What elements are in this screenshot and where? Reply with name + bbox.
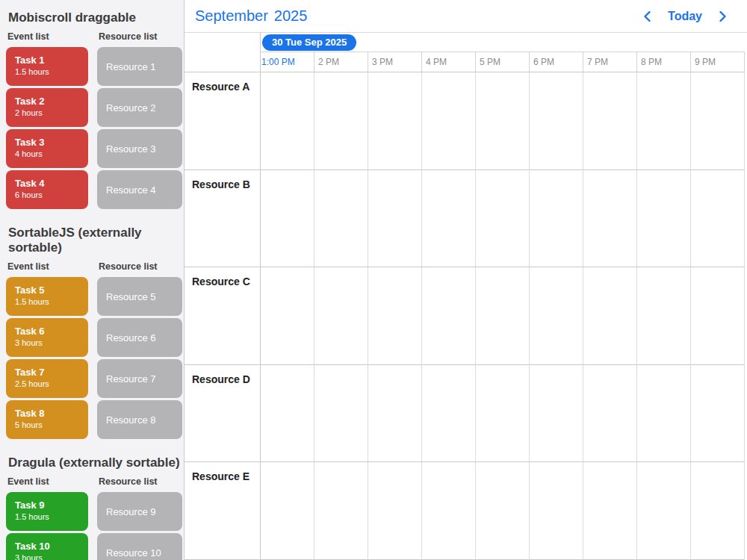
task-duration: 1.5 hours: [15, 66, 88, 78]
grid-cell[interactable]: [476, 462, 530, 560]
grid-cell[interactable]: [637, 365, 691, 463]
resource-card[interactable]: Resource 10: [97, 533, 182, 560]
grid-cell[interactable]: [476, 72, 530, 170]
section-columns: Task 1 1.5 hours Task 2 2 hours Task 3 4…: [6, 47, 184, 211]
time-label-7pm: 7 PM: [583, 52, 637, 72]
grid-cell[interactable]: [583, 267, 637, 365]
grid-cell[interactable]: [691, 72, 745, 170]
resource-card[interactable]: Resource 2: [97, 88, 182, 127]
prev-button[interactable]: [638, 8, 657, 25]
column-labels: Event list Resource list: [6, 31, 184, 42]
task-card[interactable]: Task 4 6 hours: [6, 170, 88, 209]
task-card[interactable]: Task 3 4 hours: [6, 129, 88, 168]
resource-card[interactable]: Resource 9: [97, 492, 182, 531]
task-title: Task 9: [15, 499, 88, 511]
resource-list-label: Resource list: [99, 261, 158, 272]
resource-card[interactable]: Resource 1: [97, 47, 182, 86]
grid-cell[interactable]: [530, 267, 583, 365]
grid-cell[interactable]: [422, 365, 476, 463]
grid-cell[interactable]: [637, 462, 691, 560]
grid-cell[interactable]: [476, 267, 530, 365]
resource-row-label: Resource A: [185, 72, 261, 170]
resource-card[interactable]: Resource 3: [97, 129, 182, 168]
grid-cell[interactable]: [583, 170, 637, 268]
time-label-3pm: 3 PM: [368, 52, 422, 72]
grid-cell[interactable]: [261, 365, 314, 463]
timeline-body: Resource A Resource B Resource C Resourc…: [185, 72, 747, 560]
grid-cell[interactable]: [530, 462, 583, 560]
resource-card[interactable]: Resource 4: [97, 170, 182, 209]
time-label-8pm: 8 PM: [637, 52, 691, 72]
grid-cell[interactable]: [583, 365, 637, 463]
calendar-title[interactable]: September2025: [195, 7, 307, 25]
grid-cell[interactable]: [368, 365, 422, 463]
resource-card[interactable]: Resource 5: [97, 277, 182, 316]
time-label-4pm: 4 PM: [422, 52, 476, 72]
grid-cell[interactable]: [637, 72, 691, 170]
grid-cell[interactable]: [314, 267, 368, 365]
task-card[interactable]: Task 9 1.5 hours: [6, 492, 88, 531]
grid-cell[interactable]: [530, 170, 583, 268]
task-duration: 6 hours: [15, 190, 88, 201]
grid-cell[interactable]: [314, 72, 368, 170]
grid-cell[interactable]: [314, 462, 368, 560]
resource-card[interactable]: Resource 7: [97, 359, 182, 398]
column-labels: Event list Resource list: [6, 261, 184, 272]
section-columns: Task 5 1.5 hours Task 6 3 hours Task 7 2…: [6, 277, 184, 441]
grid-cell[interactable]: [691, 170, 745, 268]
grid-cell[interactable]: [422, 170, 476, 268]
resource-card[interactable]: Resource 8: [97, 400, 182, 439]
resource-list: Resource 9 Resource 10: [97, 492, 182, 560]
grid-cell[interactable]: [422, 72, 476, 170]
column-labels: Event list Resource list: [6, 476, 184, 487]
grid-cell[interactable]: [261, 267, 314, 365]
grid-cell[interactable]: [530, 365, 583, 463]
grid-cell[interactable]: [261, 170, 314, 268]
grid-cell[interactable]: [583, 72, 637, 170]
app: Mobiscroll draggable Event list Resource…: [0, 0, 747, 560]
grid-cell[interactable]: [368, 72, 422, 170]
grid-cell[interactable]: [530, 72, 583, 170]
grid-cell[interactable]: [476, 170, 530, 268]
task-title: Task 1: [15, 54, 88, 66]
sidebar: Mobiscroll draggable Event list Resource…: [0, 0, 185, 560]
today-button[interactable]: Today: [665, 8, 705, 25]
grid-cell[interactable]: [691, 365, 745, 463]
resource-row-label: Resource E: [185, 462, 261, 560]
task-card[interactable]: Task 8 5 hours: [6, 400, 88, 439]
resource-row-label: Resource D: [185, 365, 261, 463]
task-title: Task 4: [15, 177, 88, 190]
task-card[interactable]: Task 1 1.5 hours: [6, 47, 88, 86]
grid-cell[interactable]: [422, 267, 476, 365]
grid-cell[interactable]: [476, 365, 530, 463]
grid-cell[interactable]: [368, 267, 422, 365]
task-card[interactable]: Task 6 3 hours: [6, 318, 88, 357]
grid-cell[interactable]: [691, 267, 745, 365]
grid-cell[interactable]: [368, 462, 422, 560]
task-card[interactable]: Task 7 2.5 hours: [6, 359, 88, 398]
task-duration: 4 hours: [15, 149, 88, 160]
grid-cell[interactable]: [637, 170, 691, 268]
grid-cell[interactable]: [637, 267, 691, 365]
resource-row-label: Resource C: [185, 267, 261, 365]
grid-cell[interactable]: [314, 365, 368, 463]
grid-cell[interactable]: [422, 462, 476, 560]
current-date-pill[interactable]: 30 Tue Sep 2025: [262, 34, 356, 51]
next-button[interactable]: [713, 8, 732, 25]
task-duration: 3 hours: [15, 553, 88, 560]
task-card[interactable]: Task 5 1.5 hours: [6, 277, 88, 316]
grid-cell[interactable]: [314, 170, 368, 268]
grid-cell[interactable]: [691, 462, 745, 560]
event-list-label: Event list: [7, 31, 99, 42]
grid-cell[interactable]: [368, 170, 422, 268]
task-card[interactable]: Task 2 2 hours: [6, 88, 88, 127]
resource-card[interactable]: Resource 6: [97, 318, 182, 357]
event-list: Task 5 1.5 hours Task 6 3 hours Task 7 2…: [6, 277, 88, 441]
task-title: Task 10: [15, 540, 88, 553]
grid-cell[interactable]: [583, 462, 637, 560]
task-card[interactable]: Task 10 3 hours: [6, 533, 88, 560]
resource-list: Resource 5 Resource 6 Resource 7 Resourc…: [97, 277, 182, 441]
task-duration: 5 hours: [15, 420, 88, 431]
grid-cell[interactable]: [261, 462, 314, 560]
grid-cell[interactable]: [261, 72, 314, 170]
